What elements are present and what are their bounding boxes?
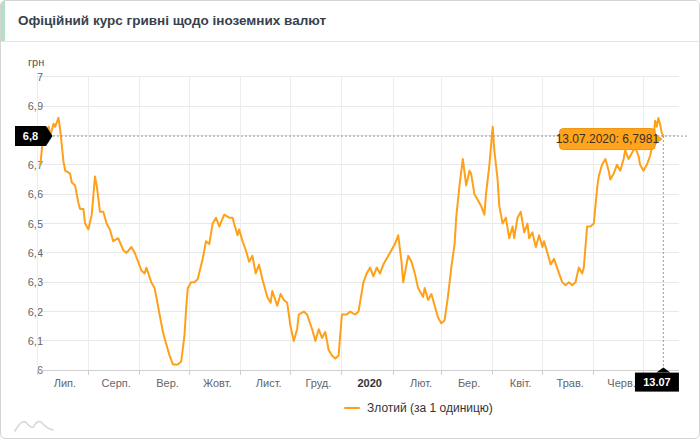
y-axis-tick-label: 6,5 (28, 218, 43, 230)
x-axis-tick-label: Лип. (54, 377, 76, 389)
x-axis-tick-label: Вер. (156, 377, 179, 389)
exchange-rate-card: Офіційний курс гривні щодо іноземних вал… (0, 0, 700, 439)
card-header: Офіційний курс гривні щодо іноземних вал… (1, 1, 699, 42)
x-axis-tick-label: Бер. (458, 377, 481, 389)
legend-item-zloty[interactable]: Злотий (за 1 одиницю) (344, 400, 493, 416)
tooltip-text: 13.07.2020: 6,7981 (556, 132, 660, 146)
y-axis-tick-label: 6,2 (28, 306, 43, 318)
green-accent-bar (1, 1, 5, 41)
x-axis-tick-label: Лют. (410, 377, 432, 389)
x-axis-tick-label: Груд. (305, 377, 331, 389)
x-axis-tick-label: Квіт. (510, 377, 532, 389)
card-title: Офіційний курс гривні щодо іноземних вал… (18, 1, 326, 41)
crosshair-y-label-text: 6,8 (23, 130, 38, 142)
legend-line-icon (344, 407, 360, 409)
crosshair-x-label-text: 13.07 (643, 376, 671, 388)
y-axis-tick-label: 7 (37, 71, 43, 83)
y-axis-tick-label: 6,4 (28, 247, 43, 259)
x-axis-tick-label: Черв. (607, 377, 635, 389)
mini-area-chart-icon (13, 413, 55, 435)
rate-chart[interactable]: 76,96,86,76,66,56,46,36,26,16Лип.Серп.Ве… (1, 41, 700, 439)
x-axis-tick-label: Серп. (102, 377, 131, 389)
x-axis-tick-label: Трав. (557, 377, 584, 389)
x-axis-tick-label: Лист. (256, 377, 282, 389)
y-axis-tick-label: 6,9 (28, 100, 43, 112)
series-line-zloty[interactable] (40, 118, 663, 365)
legend-label: Злотий (за 1 одиницю) (367, 401, 493, 415)
y-axis-tick-label: 6,3 (28, 276, 43, 288)
y-axis-tick-label: 6,1 (28, 335, 43, 347)
y-axis-tick-label: 6,6 (28, 188, 43, 200)
x-axis-tick-label: 2020 (358, 377, 382, 389)
x-axis-tick-label: Жовт. (203, 377, 232, 389)
